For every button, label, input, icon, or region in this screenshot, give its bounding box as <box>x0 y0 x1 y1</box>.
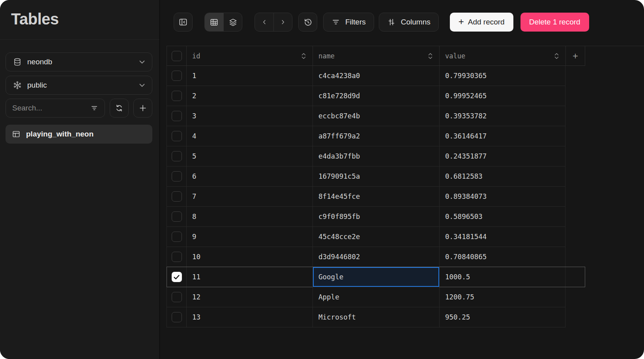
refresh-icon <box>115 104 124 112</box>
row-checkbox[interactable] <box>172 111 182 121</box>
cell-value[interactable]: 1200.75 <box>439 287 565 307</box>
cell-value[interactable]: 1000.5 <box>439 267 565 287</box>
cell-value[interactable]: 0.70840865 <box>439 247 565 267</box>
sort-icon[interactable] <box>428 52 433 60</box>
columns-button[interactable]: Columns <box>379 13 439 32</box>
sort-icon[interactable] <box>301 52 306 60</box>
row-checkbox-cell <box>167 106 186 126</box>
cell-id[interactable]: 7 <box>186 187 313 207</box>
database-select[interactable]: neondb <box>6 52 152 71</box>
cell-name[interactable]: e4da3b7fbb <box>313 146 439 166</box>
cell-value[interactable]: 0.89384073 <box>439 187 565 207</box>
table-row: 1c4ca4238a00.79930365 <box>167 66 585 86</box>
stack-view-button[interactable] <box>223 13 242 31</box>
row-checkbox[interactable] <box>172 252 182 262</box>
table-row: 11Google1000.5 <box>167 267 585 287</box>
row-checkbox-cell <box>167 287 186 307</box>
row-checkbox[interactable] <box>172 292 182 302</box>
refresh-button[interactable] <box>110 99 129 118</box>
row-checkbox-cell <box>167 166 186 187</box>
row-checkbox[interactable] <box>172 232 182 242</box>
add-record-button[interactable]: + Add record <box>450 13 513 32</box>
sidebar: Tables neondb <box>0 0 160 359</box>
add-record-label: Add record <box>468 18 505 26</box>
row-checkbox[interactable] <box>172 151 182 161</box>
column-header-value[interactable]: value <box>439 46 565 66</box>
table-grid-icon <box>210 18 219 27</box>
table-row: 13Microsoft950.25 <box>167 307 585 327</box>
row-checkbox-cell <box>167 207 186 227</box>
cell-id[interactable]: 1 <box>186 66 313 86</box>
database-icon <box>13 58 22 66</box>
delete-record-button[interactable]: Delete 1 record <box>520 13 589 32</box>
cell-value[interactable]: 0.36146417 <box>439 126 565 146</box>
row-checkbox-cell <box>167 247 186 267</box>
cell-id[interactable]: 4 <box>186 126 313 146</box>
table-row: 12Apple1200.75 <box>167 287 585 307</box>
cell-id[interactable]: 6 <box>186 166 313 187</box>
sidebar-toggle-button[interactable] <box>174 13 193 32</box>
search-box[interactable] <box>6 99 105 118</box>
selected-cell[interactable]: Google <box>313 267 439 287</box>
row-checkbox-cell <box>167 227 186 247</box>
chevron-down-icon <box>139 84 145 87</box>
row-checkbox[interactable] <box>172 71 182 81</box>
columns-label: Columns <box>401 18 431 26</box>
cell-id[interactable]: 8 <box>186 207 313 227</box>
grid-view-button[interactable] <box>205 13 223 31</box>
column-header-id[interactable]: id <box>186 46 313 66</box>
next-page-button[interactable] <box>273 13 292 31</box>
table-row: 78f14e45fce0.89384073 <box>167 187 585 207</box>
history-button[interactable] <box>298 13 317 32</box>
column-header-name[interactable]: name <box>313 46 439 66</box>
filter-icon <box>90 104 98 112</box>
cell-name[interactable]: 1679091c5a <box>313 166 439 187</box>
cell-name[interactable]: c9f0f895fb <box>313 207 439 227</box>
row-checkbox[interactable] <box>172 211 182 222</box>
cell-name[interactable]: 8f14e45fce <box>313 187 439 207</box>
cell-id[interactable]: 9 <box>186 227 313 247</box>
add-table-button[interactable] <box>133 99 152 118</box>
cell-id[interactable]: 2 <box>186 86 313 106</box>
schema-icon <box>13 81 22 90</box>
row-checkbox-checked[interactable] <box>172 272 182 282</box>
cell-name[interactable]: Microsoft <box>313 307 439 327</box>
cell-name[interactable]: d3d9446802 <box>313 247 439 267</box>
cell-value[interactable]: 0.5896503 <box>439 207 565 227</box>
cell-id[interactable]: 11 <box>186 267 313 287</box>
cell-name[interactable]: Apple <box>313 287 439 307</box>
row-checkbox[interactable] <box>172 312 182 322</box>
cell-id[interactable]: 5 <box>186 146 313 166</box>
grid-body: 1c4ca4238a00.799303652c81e728d9d0.999524… <box>167 66 585 327</box>
cell-name[interactable]: c4ca4238a0 <box>313 66 439 86</box>
filters-button[interactable]: Filters <box>323 13 374 32</box>
cell-name[interactable]: a87ff679a2 <box>313 126 439 146</box>
cell-name[interactable]: eccbc87e4b <box>313 106 439 126</box>
sidebar-item-table[interactable]: playing_with_neon <box>6 125 152 144</box>
row-checkbox[interactable] <box>172 131 182 141</box>
cell-value[interactable]: 0.24351877 <box>439 146 565 166</box>
row-checkbox[interactable] <box>172 91 182 101</box>
table-search-input[interactable] <box>12 104 90 112</box>
row-checkbox[interactable] <box>172 171 182 181</box>
cell-id[interactable]: 3 <box>186 106 313 126</box>
schema-select[interactable]: public <box>6 76 152 95</box>
cell-value[interactable]: 0.99952465 <box>439 86 565 106</box>
cell-id[interactable]: 12 <box>186 287 313 307</box>
toolbar: Filters Columns + Add record Delete 1 re… <box>160 13 589 32</box>
sort-icon[interactable] <box>554 52 559 60</box>
row-checkbox[interactable] <box>172 191 182 202</box>
cell-name[interactable]: 45c48cce2e <box>313 227 439 247</box>
cell-value[interactable]: 0.39353782 <box>439 106 565 126</box>
cell-value[interactable]: 0.79930365 <box>439 66 565 86</box>
cell-id[interactable]: 13 <box>186 307 313 327</box>
cell-value[interactable]: 0.34181544 <box>439 227 565 247</box>
prev-page-button[interactable] <box>255 13 273 31</box>
cell-name[interactable]: c81e728d9d <box>313 86 439 106</box>
select-all-checkbox[interactable] <box>172 51 182 61</box>
add-column-button[interactable]: + <box>565 46 585 66</box>
cell-value[interactable]: 950.25 <box>439 307 565 327</box>
cell-value[interactable]: 0.6812583 <box>439 166 565 187</box>
pagination <box>255 13 292 32</box>
cell-id[interactable]: 10 <box>186 247 313 267</box>
